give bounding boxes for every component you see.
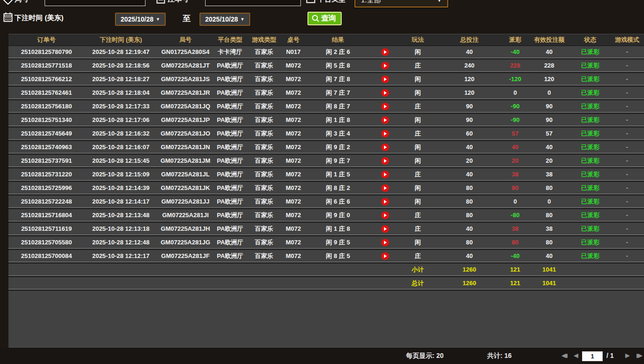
total-bet-cell: 80 [437,182,502,194]
order-number-input[interactable] [205,0,301,6]
table-number-cell: M072 [282,100,305,112]
total-bet-cell: 80 [437,236,502,248]
replay-button[interactable] [381,198,389,205]
replay-button[interactable] [381,89,389,97]
pagination-next-icon[interactable]: ▶ [625,352,630,359]
round-id-cell: GM07225A281JH [157,223,214,235]
game-type-cell: 百家乐 [246,141,282,153]
valid-bet-cell: 80 [528,209,570,221]
grand-total-payout: 121 [502,277,528,289]
replay-button[interactable] [381,171,389,178]
date-to-select[interactable]: 2025/10/28 ▼ [199,13,250,26]
replay-button[interactable] [381,103,389,110]
replay-button[interactable] [381,62,389,69]
order-number-cell: 251028125705580 [8,236,84,248]
game-mode-cell: - [610,87,644,99]
game-mode-cell: - [610,168,644,180]
payout-cell: 0 [502,196,528,207]
round-number-input[interactable] [45,0,146,6]
order-number-cell: 251028125756180 [8,100,84,112]
payout-cell: 80 [502,182,528,194]
bet-time-cell: 2025-10-28 12:12:48 [84,236,157,248]
replay-button[interactable] [381,239,389,246]
round-id-cell: GN01725A280S4 [157,46,214,58]
status-cell: 已派彩 [570,155,610,167]
payout-cell: 57 [502,128,528,139]
order-number-cell: 251028125725996 [8,182,84,194]
payout-cell: -80 [502,209,528,221]
valid-bet-cell: 38 [528,168,570,180]
column-header: 游戏模式 [610,36,644,44]
replay-button[interactable] [381,212,389,219]
query-button[interactable]: 查询 [307,12,342,25]
table-number-cell: M072 [282,128,305,139]
bet-records-table: 订单号下注时间 (美东)局号平台类型游戏类型桌号结果玩法总投注派彩有效投注额状态… [8,34,644,348]
round-id-cell: GM07225A281JP [157,114,214,126]
replay-button[interactable] [381,184,389,192]
table-row: 251028125711619 2025-10-28 12:13:18 GM07… [8,223,644,236]
game-type-cell: 百家乐 [246,182,282,194]
table-number-cell: M072 [282,196,305,207]
chevron-down-icon: ▼ [437,0,442,3]
grand-total-label: 总计 [399,277,437,289]
play-type-cell: 庄 [399,209,437,221]
order-number-cell: 251028125762461 [8,87,84,99]
table-row: 251028125722248 2025-10-28 12:14:17 GM07… [8,196,644,209]
order-number-cell: 251028125711619 [8,223,84,235]
valid-bet-cell: 80 [528,236,570,248]
result-cell: 闲 8 庄 2 [305,182,371,194]
platform-type-select[interactable]: 1.全部 ▼ [354,0,448,8]
platform-cell: PA欧洲厅 [214,128,246,139]
platform-cell: PA欧洲厅 [214,250,246,262]
play-type-cell: 庄 [399,100,437,112]
platform-cell: PA欧洲厅 [214,114,246,126]
replay-button[interactable] [381,144,389,151]
table-row: 251028125700084 2025-10-28 12:12:17 GM07… [8,250,644,264]
date-from-select[interactable]: 2025/10/28 ▼ [115,13,166,26]
replay-button[interactable] [381,252,389,260]
platform-type-label: 平台类型 [317,0,345,4]
subtotal-label: 小计 [399,264,437,275]
valid-bet-cell: 38 [528,223,570,235]
play-type-cell: 庄 [399,60,437,71]
total-count-label: 共计: 16 [487,352,512,360]
pagination-last-icon[interactable]: ▶▶ [636,352,643,359]
column-header: 有效投注额 [528,36,570,44]
page-number-input[interactable] [582,351,603,361]
subtotal-row: 小计 1260 121 1041 [8,264,644,277]
payout-cell: -120 [502,73,528,85]
game-mode-cell: - [610,209,644,221]
replay-button[interactable] [381,76,389,83]
order-number-cell: 251028125745649 [8,128,84,139]
replay-button[interactable] [381,48,389,56]
round-id-cell: GM07225A281JR [157,87,214,99]
column-header: 桌号 [282,36,305,44]
bet-time-cell: 2025-10-28 12:17:33 [84,100,157,112]
round-id-cell: GM07225A281JG [157,236,214,248]
date-from-value: 2025/10/28 [121,15,153,23]
play-type-cell: 庄 [399,250,437,262]
valid-bet-cell: 40 [528,250,570,262]
game-type-cell: 百家乐 [246,87,282,99]
replay-button[interactable] [381,130,389,137]
replay-button[interactable] [381,157,389,165]
game-type-cell: 百家乐 [246,60,282,71]
payout-cell: -90 [502,100,528,112]
pagination-first-icon[interactable]: ◀◀ [561,352,567,359]
pagination-prev-icon[interactable]: ◀ [574,352,578,359]
replay-button[interactable] [381,116,389,124]
play-type-cell: 闲 [399,155,437,167]
table-number-cell: M072 [282,141,305,153]
total-bet-cell: 40 [437,141,502,153]
total-bet-cell: 20 [437,155,502,167]
platform-cell: PA欧洲厅 [214,182,246,194]
bet-time-cell: 2025-10-28 12:15:09 [84,168,157,180]
bet-time-cell: 2025-10-28 12:18:56 [84,60,157,71]
replay-button[interactable] [381,225,389,233]
game-type-cell: 百家乐 [246,46,282,58]
platform-type-value: 1.全部 [361,0,381,5]
total-bet-cell: 120 [437,73,502,85]
column-header: 下注时间 (美东) [84,36,157,44]
status-cell: 已派彩 [570,168,610,180]
column-header: 游戏类型 [246,36,282,44]
